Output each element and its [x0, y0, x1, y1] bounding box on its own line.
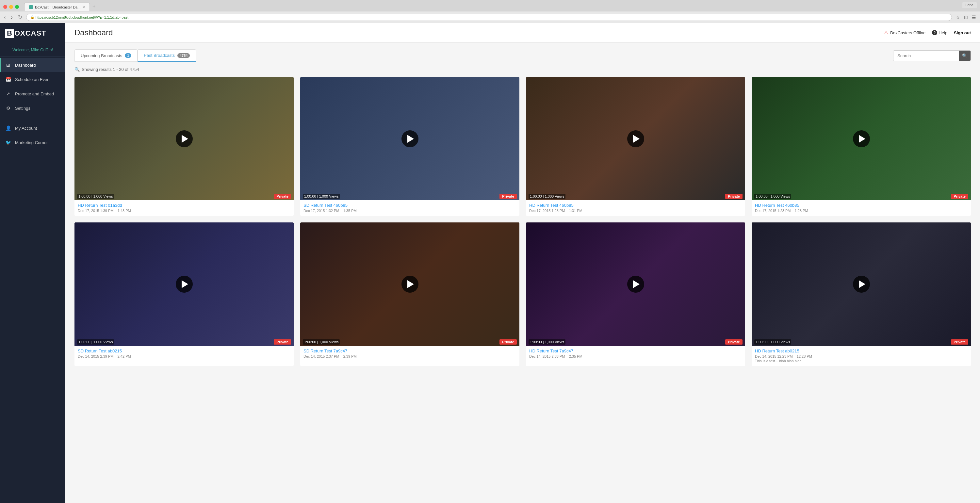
video-card[interactable]: 1:00:00 | 1,000 Views Private HD Return …	[752, 77, 971, 216]
share-icon: ↗	[5, 91, 11, 96]
private-badge: Private	[500, 194, 517, 199]
results-info: 🔍 Showing results 1 - 20 of 4754	[75, 67, 971, 72]
video-title[interactable]: SD Return Test ab0215	[78, 349, 290, 353]
play-triangle-icon	[633, 280, 640, 288]
tab-past[interactable]: Past Broadcasts 4754	[137, 49, 196, 62]
results-search-icon: 🔍	[75, 67, 80, 72]
video-card[interactable]: 1:00:00 | 1,000 Views Private HD Return …	[526, 223, 745, 366]
tab-close-btn[interactable]: ×	[82, 5, 85, 10]
tab-upcoming-label: Upcoming Broadcasts	[81, 53, 122, 58]
video-card[interactable]: 1:00:00 | 1,000 Views Private SD Return …	[300, 223, 519, 366]
tabs-bar: Upcoming Broadcasts 1 Past Broadcasts 47…	[75, 49, 971, 62]
sidebar-item-settings[interactable]: ⚙ Settings	[0, 101, 65, 115]
tab-favicon	[29, 5, 33, 9]
video-meta: 1:00:00 | 1,000 Views Private	[300, 193, 519, 200]
sidebar-item-promote[interactable]: ↗ Promote and Embed	[0, 86, 65, 101]
private-badge: Private	[500, 339, 517, 345]
video-stats: 1:00:00 | 1,000 Views	[77, 194, 114, 199]
nav-label-settings: Settings	[15, 106, 30, 111]
video-title[interactable]: HD Return Test ab0215	[755, 349, 967, 353]
signout-button[interactable]: Sign out	[954, 30, 971, 35]
video-grid: 1:00:00 | 1,000 Views Private HD Return …	[75, 77, 971, 366]
video-info: SD Return Test 7a9c47 Dec 14, 2015 2:37 …	[300, 346, 519, 361]
settings-icon: ⚙	[5, 105, 11, 111]
tabs-list: Upcoming Broadcasts 1 Past Broadcasts 47…	[75, 49, 196, 62]
video-card[interactable]: 1:00:00 | 1,000 Views Private HD Return …	[752, 223, 971, 366]
header-actions: ⚠ BoxCasters Offline ? Help Sign out	[884, 30, 971, 35]
tab-upcoming-badge: 1	[125, 53, 131, 58]
nav-label-promote: Promote and Embed	[15, 91, 54, 96]
private-badge: Private	[951, 339, 968, 345]
video-meta: 1:00:00 | 1,000 Views Private	[752, 338, 971, 346]
sidebar-item-schedule[interactable]: 📅 Schedule an Event	[0, 72, 65, 86]
window-minimize[interactable]	[9, 5, 13, 9]
video-card[interactable]: 1:00:00 | 1,000 Views Private HD Return …	[526, 77, 745, 216]
video-date: Dec 17, 2015 1:28 PM – 1:31 PM	[529, 209, 742, 213]
extension-button[interactable]: ⊡	[963, 14, 969, 21]
search-bar: 🔍	[893, 50, 971, 61]
video-thumbnail: 1:00:00 | 1,000 Views Private	[75, 77, 294, 200]
video-title[interactable]: SD Return Test 7a9c47	[304, 349, 516, 353]
window-maximize[interactable]	[15, 5, 19, 9]
search-button[interactable]: 🔍	[959, 51, 970, 61]
bookmark-button[interactable]: ☆	[955, 14, 961, 21]
video-title[interactable]: HD Return Test 01a3dd	[78, 203, 290, 208]
video-stats: 1:00:00 | 1,000 Views	[528, 194, 565, 199]
refresh-button[interactable]: ↻	[17, 13, 24, 21]
sidebar-item-dashboard[interactable]: ⊞ Dashboard	[0, 58, 65, 72]
video-info: HD Return Test 7a9c47 Dec 14, 2015 2:33 …	[526, 346, 745, 361]
sidebar: BOXCAST Welcome, Mike Griffith! ⊞ Dashbo…	[0, 23, 65, 503]
play-button[interactable]	[627, 276, 644, 293]
help-button[interactable]: ? Help	[932, 30, 947, 35]
video-meta: 1:00:00 | 1,000 Views Private	[300, 338, 519, 346]
menu-button[interactable]: ☰	[970, 14, 977, 21]
play-triangle-icon	[407, 280, 414, 288]
play-triangle-icon	[633, 135, 640, 143]
user-indicator: Lena	[963, 2, 977, 8]
play-button[interactable]	[401, 276, 418, 293]
private-badge: Private	[725, 194, 743, 199]
video-title[interactable]: HD Return Test 7a9c47	[529, 349, 742, 353]
play-button[interactable]	[853, 276, 870, 293]
video-meta: 1:00:00 | 1,000 Views Private	[752, 193, 971, 200]
sidebar-item-account[interactable]: 👤 My Account	[0, 121, 65, 135]
video-thumbnail: 1:00:00 | 1,000 Views Private	[526, 223, 745, 345]
nav-label-account: My Account	[15, 126, 37, 131]
video-info: HD Return Test 01a3dd Dec 17, 2015 1:39 …	[75, 200, 294, 216]
video-date: Dec 17, 2015 1:32 PM – 1:35 PM	[304, 209, 516, 213]
browser-tab[interactable]: BoxCast :: Broadcaster Da... ×	[24, 3, 90, 11]
video-date: Dec 17, 2015 1:39 PM – 1:43 PM	[78, 209, 290, 213]
video-card[interactable]: 1:00:00 | 1,000 Views Private SD Return …	[300, 77, 519, 216]
tab-upcoming[interactable]: Upcoming Broadcasts 1	[75, 49, 137, 62]
play-button[interactable]	[176, 131, 193, 147]
sidebar-item-marketing[interactable]: 🐦 Marketing Corner	[0, 135, 65, 150]
video-title[interactable]: HD Return Test 460b85	[529, 203, 742, 208]
video-date: Dec 14, 2015 2:33 PM – 2:35 PM	[529, 354, 742, 358]
logo-box: B	[5, 29, 14, 38]
nav-label-schedule: Schedule an Event	[15, 77, 51, 82]
dashboard-icon: ⊞	[5, 62, 11, 68]
video-date: Dec 14, 2015 2:39 PM – 2:42 PM	[78, 354, 290, 358]
video-title[interactable]: HD Return Test 460b85	[755, 203, 967, 208]
video-card[interactable]: 1:00:00 | 1,000 Views Private SD Return …	[75, 223, 294, 366]
play-button[interactable]	[401, 131, 418, 147]
back-button[interactable]: ‹	[3, 14, 7, 21]
video-card[interactable]: 1:00:00 | 1,000 Views Private HD Return …	[75, 77, 294, 216]
video-thumbnail: 1:00:00 | 1,000 Views Private	[75, 223, 294, 345]
video-stats: 1:00:00 | 1,000 Views	[77, 339, 114, 345]
tab-title: BoxCast :: Broadcaster Da...	[35, 5, 80, 9]
new-tab-button[interactable]: +	[90, 3, 98, 9]
window-close[interactable]	[3, 5, 7, 9]
video-meta: 1:00:00 | 1,000 Views Private	[526, 338, 745, 346]
status-label: BoxCasters Offline	[890, 30, 926, 35]
play-button[interactable]	[853, 131, 870, 147]
forward-button[interactable]: ›	[10, 14, 14, 21]
video-thumbnail: 1:00:00 | 1,000 Views Private	[526, 77, 745, 200]
url-bar[interactable]: 🔒 https://dscb12mm8kidl.cloudfront.net/#…	[26, 14, 952, 21]
nav-label-marketing: Marketing Corner	[15, 140, 48, 145]
search-input[interactable]	[893, 51, 959, 61]
play-button[interactable]	[176, 276, 193, 293]
video-title[interactable]: SD Return Test 460b85	[304, 203, 516, 208]
video-thumbnail: 1:00:00 | 1,000 Views Private	[300, 223, 519, 345]
play-button[interactable]	[627, 131, 644, 147]
